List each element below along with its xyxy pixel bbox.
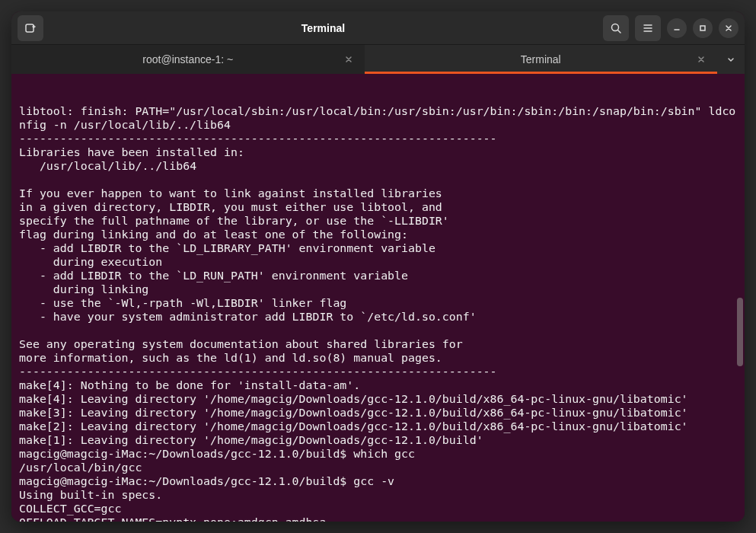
new-tab-icon	[24, 22, 37, 34]
minimize-button[interactable]	[667, 18, 687, 38]
minimize-icon	[672, 24, 681, 33]
titlebar-left	[18, 15, 43, 41]
window-title: Terminal	[49, 22, 597, 34]
search-button[interactable]	[603, 15, 629, 41]
tabbar: root@instance-1: ~ Terminal	[11, 45, 745, 74]
svg-rect-2	[700, 26, 705, 30]
tab-title: Terminal	[365, 53, 718, 65]
tab-dropdown-button[interactable]	[717, 45, 745, 74]
scrollbar-thumb[interactable]	[737, 298, 743, 366]
tab-0[interactable]: root@instance-1: ~	[11, 45, 365, 74]
svg-rect-0	[26, 24, 33, 32]
maximize-icon	[698, 24, 707, 33]
new-tab-button[interactable]	[18, 15, 43, 41]
tab-title: root@instance-1: ~	[11, 53, 365, 65]
maximize-button[interactable]	[693, 18, 713, 38]
close-button[interactable]	[719, 18, 738, 38]
menu-button[interactable]	[635, 15, 661, 41]
close-icon	[345, 56, 352, 63]
terminal-window: Terminal	[11, 11, 745, 522]
close-icon	[724, 24, 733, 33]
search-icon	[610, 22, 622, 34]
tab-close-button[interactable]	[342, 53, 356, 66]
titlebar: Terminal	[11, 11, 745, 45]
chevron-down-icon	[726, 55, 735, 64]
tab-1[interactable]: Terminal	[365, 45, 718, 74]
hamburger-icon	[642, 22, 654, 34]
terminal-output[interactable]: libtool: finish: PATH="/usr/local/sbin:/…	[11, 74, 745, 522]
terminal-text: libtool: finish: PATH="/usr/local/sbin:/…	[19, 104, 737, 522]
close-icon	[697, 56, 705, 63]
tab-close-button[interactable]	[694, 53, 708, 66]
titlebar-right	[603, 15, 738, 41]
